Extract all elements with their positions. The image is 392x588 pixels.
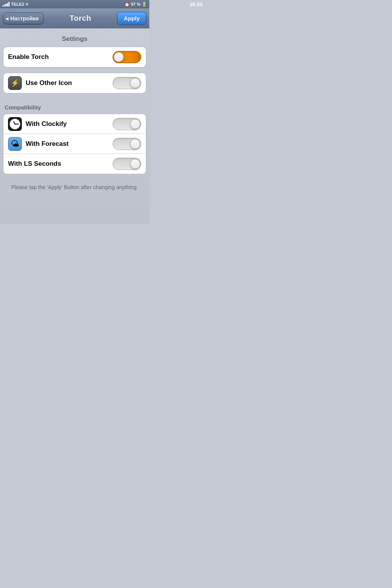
with-ls-seconds-row: With LS Seconds	[3, 154, 146, 174]
nav-title: Torch	[70, 14, 91, 23]
status-right: ⏰ 97 % 🔋	[124, 2, 147, 7]
apply-button[interactable]: Apply	[117, 12, 146, 24]
toggle-knob-forecast	[130, 139, 140, 149]
toggle-knob	[114, 52, 124, 62]
with-ls-seconds-label: With LS Seconds	[8, 160, 113, 168]
wifi-icon: ⌗	[26, 2, 28, 7]
settings-section-header: Settings	[0, 28, 149, 47]
with-clockify-row: With Clockify	[3, 114, 146, 134]
compatibility-group: With Clockify 🌤 With Forecast With LS Se…	[3, 114, 146, 174]
carrier-label: TELE2	[11, 2, 24, 7]
battery-label: 97 %	[131, 2, 140, 7]
with-ls-seconds-toggle[interactable]	[113, 158, 141, 170]
clock-center	[15, 123, 16, 124]
use-other-icon-toggle[interactable]	[113, 77, 141, 89]
with-clockify-label: With Clockify	[26, 120, 113, 128]
back-button[interactable]: Настройки	[3, 13, 44, 24]
enable-torch-row: Enable Torch I	[3, 47, 146, 67]
with-forecast-toggle[interactable]	[113, 138, 141, 150]
toggle-knob-off	[130, 78, 140, 88]
status-bar: TELE2 ⌗ 16:33 ⏰ 97 % 🔋	[0, 0, 149, 8]
clock-min-hand	[15, 124, 19, 124]
clock-face	[10, 119, 20, 129]
enable-torch-toggle[interactable]: I	[113, 51, 141, 63]
use-other-icon-label: Use Other Icon	[26, 79, 113, 87]
toggle-knob-ls	[130, 159, 140, 169]
main-content: Settings Enable Torch I ⚡ Use Other Icon…	[0, 28, 149, 224]
compatibility-section-header: Compatibility	[0, 99, 149, 114]
signal-icon	[2, 2, 10, 7]
with-clockify-toggle[interactable]	[113, 118, 141, 130]
toggle-knob-clockify	[130, 119, 140, 129]
with-forecast-row: 🌤 With Forecast	[3, 134, 146, 154]
enable-torch-group: Enable Torch I	[3, 47, 146, 67]
nav-bar: Настройки Torch Apply	[0, 8, 149, 28]
status-left: TELE2 ⌗	[2, 2, 28, 7]
clock-status-icon: ⏰	[124, 2, 130, 7]
with-forecast-label: With Forecast	[26, 140, 113, 148]
use-other-icon-group: ⚡ Use Other Icon	[3, 73, 146, 93]
clockify-icon	[8, 117, 22, 131]
sun-icon: 🌤	[11, 139, 19, 149]
forecast-icon: 🌤	[8, 137, 22, 151]
battery-icon: 🔋	[142, 2, 147, 7]
lightning-icon: ⚡	[8, 76, 22, 90]
footer-note: Please tap the 'Apply' Button after chan…	[0, 180, 149, 195]
enable-torch-label: Enable Torch	[8, 53, 113, 61]
use-other-icon-row: ⚡ Use Other Icon	[3, 73, 146, 93]
